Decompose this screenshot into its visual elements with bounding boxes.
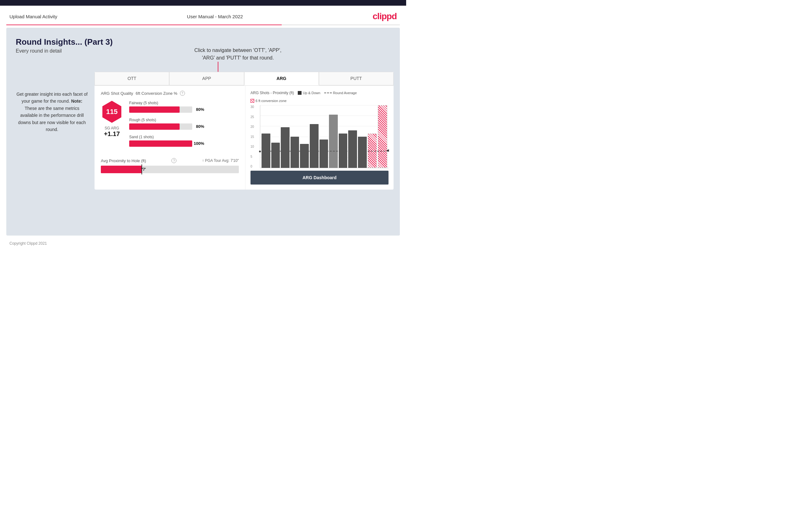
rough-bar-row: Rough (5 shots) 80% — [129, 118, 239, 131]
sg-arg-label: SG ARG — [104, 126, 120, 130]
sg-arg-value: +1.17 — [104, 130, 120, 137]
sand-bar-fill — [129, 140, 192, 147]
tab-ott[interactable]: OTT — [95, 72, 169, 86]
sand-bar-row: Sand (1 shots) 100% — [129, 135, 239, 148]
y-label-5: 5 — [251, 155, 254, 158]
note-text: These are the same metrics available in … — [18, 106, 86, 132]
chart-header: ARG Shots - Proximity (ft) Up & Down Rou… — [251, 91, 389, 103]
pga-avg-label: ↑ PGA Tour Avg: 7'10" — [202, 158, 239, 163]
legend-updown: Up & Down — [298, 91, 320, 95]
arg-shot-quality-title: ARG Shot Quality — [101, 91, 133, 96]
chart-bars — [260, 105, 389, 168]
header: Upload Manual Activity User Manual - Mar… — [0, 6, 406, 24]
copyright-text: Copyright Clippd 2021 — [9, 241, 47, 246]
rough-bar-track — [129, 123, 192, 130]
fairway-bar-row: Fairway (5 shots) 80% — [129, 101, 239, 114]
legend-roundavg: Round Average — [324, 91, 357, 95]
fairway-percent: 80% — [196, 106, 204, 113]
chart-bar-2 — [271, 143, 280, 168]
left-description: Get greater insight into each facet of y… — [16, 91, 88, 133]
reference-line: 8 ◄ — [260, 151, 389, 152]
arg-score-value: 115 — [106, 108, 118, 116]
rough-label: Rough (5 shots) — [129, 118, 239, 122]
avg-proximity-label: Avg Proximity to Hole (ft) — [101, 158, 146, 163]
right-panel: ARG Shots - Proximity (ft) Up & Down Rou… — [246, 86, 394, 189]
tab-putt[interactable]: PUTT — [319, 72, 394, 86]
y-label-30: 30 — [251, 105, 254, 109]
y-label-15: 15 — [251, 135, 254, 138]
proximity-help-icon[interactable]: ? — [171, 158, 176, 163]
bars-section: Fairway (5 shots) 80% Rough (5 shots) — [129, 101, 239, 152]
chart-area: 8 ◄ — [260, 105, 389, 168]
top-bar — [0, 0, 406, 6]
rough-bar-fill — [129, 123, 180, 130]
footer: Copyright Clippd 2021 — [0, 238, 406, 249]
proximity-bar-value: 77' — [140, 166, 146, 173]
legend-hatched-conversion — [251, 99, 254, 103]
arg-score-hexagon: 115 — [101, 101, 123, 123]
chart-bar-10 — [348, 130, 357, 168]
hexagon-container: 115 SG ARG +1.17 — [101, 101, 123, 137]
main-content: Round Insights... (Part 3) Every round i… — [6, 28, 400, 235]
card-body: ARG Shot Quality 6ft Conversion Zone % ?… — [95, 86, 394, 189]
legend-updown-label: Up & Down — [303, 91, 320, 95]
annotation-text: Click to navigate between 'OTT', 'APP','… — [194, 47, 282, 62]
arg-dashboard-button[interactable]: ARG Dashboard — [251, 171, 389, 184]
sand-bar-track — [129, 140, 192, 147]
avg-proximity-section: Avg Proximity to Hole (ft) ? ↑ PGA Tour … — [101, 158, 239, 173]
top-section: 115 SG ARG +1.17 Fairway (5 shots) — [101, 101, 239, 152]
y-label-20: 20 — [251, 125, 254, 128]
fairway-label: Fairway (5 shots) — [129, 101, 239, 105]
chart-bar-8 — [329, 115, 338, 168]
fairway-bar-fill — [129, 106, 180, 113]
legend-roundavg-label: Round Average — [333, 91, 357, 95]
help-icon[interactable]: ? — [180, 91, 185, 96]
sand-percent: 100% — [194, 140, 204, 147]
chart-bar-7 — [319, 139, 328, 168]
sand-label: Sand (1 shots) — [129, 135, 239, 139]
round-insights-card: OTT APP ARG PUTT ARG Shot Quality 6ft Co… — [95, 72, 394, 189]
rough-percent: 80% — [196, 123, 204, 130]
chart-bar-13-hatched — [378, 105, 387, 168]
chart-bar-5 — [300, 144, 309, 168]
proximity-bar-track: 77' — [101, 166, 239, 173]
sg-arg-section: SG ARG +1.17 — [104, 126, 120, 137]
y-label-0: 0 — [251, 165, 254, 168]
chart-bar-6 — [310, 124, 318, 168]
tabs-row: OTT APP ARG PUTT — [95, 72, 394, 86]
legend-square-updown — [298, 91, 302, 95]
chart-title: ARG Shots - Proximity (ft) — [251, 91, 294, 95]
tab-app[interactable]: APP — [169, 72, 244, 86]
chart-bar-11 — [358, 137, 367, 168]
note-label: Note: — [71, 99, 83, 104]
reference-arrow: ◄ — [385, 148, 390, 153]
proximity-cursor — [142, 164, 142, 174]
tab-arg[interactable]: ARG — [244, 72, 319, 86]
y-axis: 30 25 20 15 10 5 0 — [251, 105, 254, 168]
page-title: Round Insights... (Part 3) — [16, 37, 391, 47]
clippd-logo: clippd — [373, 11, 397, 21]
user-manual-label: User Manual - March 2022 — [187, 14, 243, 19]
legend-conversion-label: 6 ft conversion zone — [256, 99, 287, 103]
legend-conversion: 6 ft conversion zone — [251, 99, 287, 103]
conversion-zone-label: 6ft Conversion Zone % — [136, 91, 177, 96]
proximity-bar-fill — [101, 166, 142, 173]
upload-activity-label: Upload Manual Activity — [9, 14, 57, 19]
chart-bar-4 — [291, 137, 299, 168]
left-panel: ARG Shot Quality 6ft Conversion Zone % ?… — [95, 86, 246, 189]
y-label-10: 10 — [251, 145, 254, 148]
chart-bar-3 — [281, 127, 290, 168]
chart-wrapper: 30 25 20 15 10 5 0 — [260, 105, 389, 168]
legend-dashed-roundavg — [324, 93, 332, 93]
fairway-bar-track — [129, 106, 192, 113]
avg-proximity-header: Avg Proximity to Hole (ft) ? ↑ PGA Tour … — [101, 158, 239, 163]
arg-shot-quality-header: ARG Shot Quality 6ft Conversion Zone % ? — [101, 91, 239, 96]
y-label-25: 25 — [251, 115, 254, 119]
